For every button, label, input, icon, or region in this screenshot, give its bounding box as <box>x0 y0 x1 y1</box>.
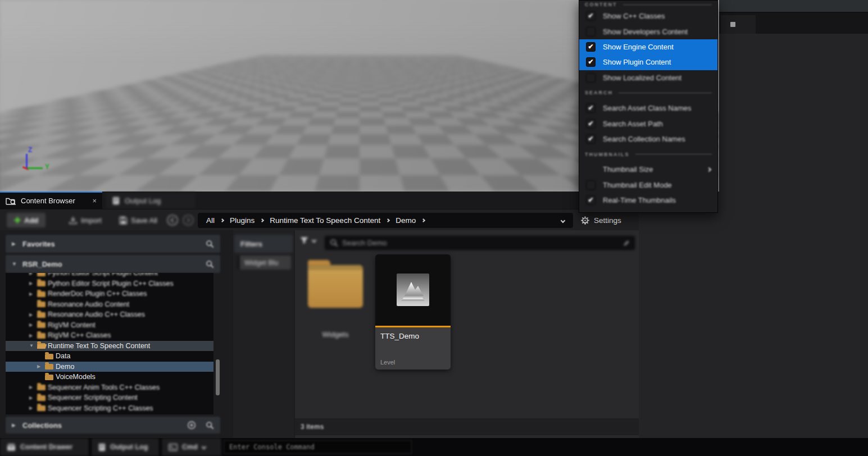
asset-search-box[interactable] <box>325 236 635 250</box>
expander-arrow[interactable]: ▼ <box>12 261 17 267</box>
expander-arrow[interactable]: ▶ <box>29 281 37 286</box>
tab-content-browser[interactable]: Content Browser × <box>0 191 102 209</box>
expander-arrow[interactable]: ▶ <box>12 422 17 428</box>
tree-item-demo[interactable]: ▶ Demo <box>6 362 213 372</box>
folder-icon <box>37 333 46 339</box>
settings-button[interactable]: Settings <box>580 213 621 228</box>
cmd-button[interactable]: Cmd <box>162 438 221 456</box>
tree-item[interactable]: ▶ Python Editor Script Plugin C++ Classe… <box>6 279 213 289</box>
search-icon[interactable] <box>206 421 214 430</box>
tree-item[interactable]: ▶ Python Editor Script Plugin Content <box>6 273 213 279</box>
edit-search-icon[interactable] <box>623 240 630 247</box>
asset-card-tts-demo[interactable]: TTS_Demo Level <box>375 254 451 370</box>
path-dropdown-icon[interactable] <box>561 218 565 222</box>
output-log-button[interactable]: Output Log <box>92 438 159 456</box>
expander-arrow[interactable]: ▶ <box>37 364 45 369</box>
console-command-input[interactable] <box>224 440 412 454</box>
filter-chip-widget-blueprint[interactable]: Widget Blu <box>237 256 291 270</box>
tree-item[interactable]: ▶ Sequencer Scripting Content <box>6 393 213 403</box>
save-all-button[interactable]: Save All <box>119 216 157 225</box>
chevron-right-icon <box>260 218 264 222</box>
menu-item-search-asset-path[interactable]: ✔ Search Asset Path <box>579 116 717 131</box>
menu-item-thumbnail-size[interactable]: Thumbnail Size <box>579 162 717 177</box>
checkbox-checked[interactable]: ✔ <box>586 11 596 21</box>
menu-item-show-cpp-classes[interactable]: ✔ Show C++ Classes <box>579 8 717 24</box>
expander-arrow[interactable]: ▼ <box>29 343 37 348</box>
tree-item[interactable]: ▶ Resonance Audio C++ Classes <box>6 309 213 320</box>
tree-item[interactable]: ▶ Sequencer Anim Tools C++ Classes <box>6 382 213 393</box>
search-input[interactable] <box>342 239 619 247</box>
tree-item-voicemodels[interactable]: VoiceModels <box>6 372 213 382</box>
filters-panel: Filters Widget Blu <box>233 230 294 438</box>
rsr-demo-header[interactable]: ▼ RSR_Demo <box>6 255 220 273</box>
axis-y-line <box>28 167 43 169</box>
menu-item-thumbnail-edit-mode[interactable]: Thumbnail Edit Mode <box>579 177 717 193</box>
expander-arrow[interactable]: ▶ <box>29 312 37 317</box>
search-icon[interactable] <box>206 260 214 268</box>
terminal-icon <box>169 444 178 451</box>
add-collection-icon[interactable] <box>187 421 196 430</box>
tree-item[interactable]: Resonance Audio Content <box>6 299 213 310</box>
expander-arrow[interactable]: ▶ <box>29 273 37 276</box>
menu-item-show-plugin-content[interactable]: ✔ Show Plugin Content <box>579 54 717 70</box>
menu-item-search-asset-class-names[interactable]: ✔ Search Asset Class Names <box>579 101 717 116</box>
tree-item[interactable]: ▶ RigVM Content <box>6 320 213 331</box>
content-browser-toolbar: Add Import Save All <box>0 209 639 230</box>
folder-icon <box>37 281 46 286</box>
close-icon[interactable]: × <box>92 197 97 204</box>
unreal-editor-window: Z Y Content Browser × <box>0 0 868 456</box>
import-button[interactable]: Import <box>69 216 102 225</box>
checkbox-checked[interactable]: ✔ <box>586 119 596 129</box>
expander-arrow[interactable]: ▶ <box>29 405 37 411</box>
content-drawer-button[interactable]: Content Drawer <box>0 438 89 456</box>
favorites-header[interactable]: ▶ Favorites <box>6 235 220 253</box>
widgets-folder[interactable] <box>308 265 363 308</box>
back-button[interactable] <box>166 214 179 226</box>
tree-item-runtime-tts-content[interactable]: ▼ Runtime Text To Speech Content <box>6 341 213 352</box>
checkbox-unchecked[interactable] <box>586 73 596 83</box>
menu-item-show-developers-content[interactable]: Show Developers Content <box>579 24 717 39</box>
dock-tab-bar: Content Browser × Output Log <box>0 191 639 209</box>
expander-arrow[interactable]: ▶ <box>29 322 37 327</box>
checkbox-checked[interactable]: ✔ <box>586 57 596 67</box>
checkbox-checked[interactable]: ✔ <box>586 134 596 144</box>
breadcrumb-item-runtime-tts[interactable]: Runtime Text To Speech Content <box>270 216 380 225</box>
submenu-arrow-icon <box>707 167 711 172</box>
checkbox-checked[interactable]: ✔ <box>586 103 596 113</box>
right-panel-tab[interactable] <box>721 15 756 34</box>
expander-arrow[interactable]: ▶ <box>29 291 37 297</box>
checkbox-unchecked[interactable] <box>586 180 596 190</box>
tree-item[interactable]: ▶ Sequencer Scripting C++ Classes <box>6 403 213 414</box>
expander-arrow[interactable]: ▶ <box>12 241 17 247</box>
import-label: Import <box>81 216 102 225</box>
collections-header[interactable]: ▶ Collections <box>6 417 220 434</box>
tree-scrollbar[interactable] <box>216 359 220 395</box>
axis-y-label: Y <box>45 163 49 171</box>
console-input[interactable] <box>229 443 406 451</box>
menu-item-search-collection-names[interactable]: ✔ Search Collection Names <box>579 131 717 147</box>
breadcrumb-item-all[interactable]: All <box>206 216 215 225</box>
breadcrumb-item-demo[interactable]: Demo <box>396 216 416 225</box>
search-icon[interactable] <box>206 240 214 248</box>
tree-item[interactable]: ▶ RenderDoc Plugin C++ Classes <box>6 289 213 299</box>
tree-item[interactable]: ▶ RigVM C++ Classes <box>6 330 213 341</box>
checkbox-checked[interactable]: ✔ <box>586 42 596 52</box>
add-button[interactable]: Add <box>7 213 46 227</box>
tab-output-log[interactable]: Output Log <box>106 193 196 209</box>
breadcrumb-item-plugins[interactable]: Plugins <box>230 216 255 225</box>
tree-item-data[interactable]: Data <box>6 351 213 362</box>
menu-item-show-localized-content[interactable]: Show Localized Content <box>579 70 717 85</box>
menu-item-real-time-thumbnails[interactable]: ✔ Real-Time Thumbnails <box>579 193 717 208</box>
checkbox-checked[interactable]: ✔ <box>586 195 596 205</box>
checkbox-unchecked[interactable] <box>586 27 596 37</box>
expander-arrow[interactable]: ▶ <box>29 333 37 338</box>
filters-header: Filters <box>234 235 293 253</box>
expander-arrow[interactable]: ▶ <box>29 385 37 390</box>
filter-button[interactable] <box>299 236 316 244</box>
folder-icon <box>37 302 46 307</box>
forward-button[interactable] <box>182 214 194 226</box>
expander-arrow[interactable]: ▶ <box>29 395 37 400</box>
menu-section-search: SEARCH <box>579 85 717 101</box>
settings-label: Settings <box>594 216 621 225</box>
menu-item-show-engine-content[interactable]: ✔ Show Engine Content <box>579 39 717 54</box>
